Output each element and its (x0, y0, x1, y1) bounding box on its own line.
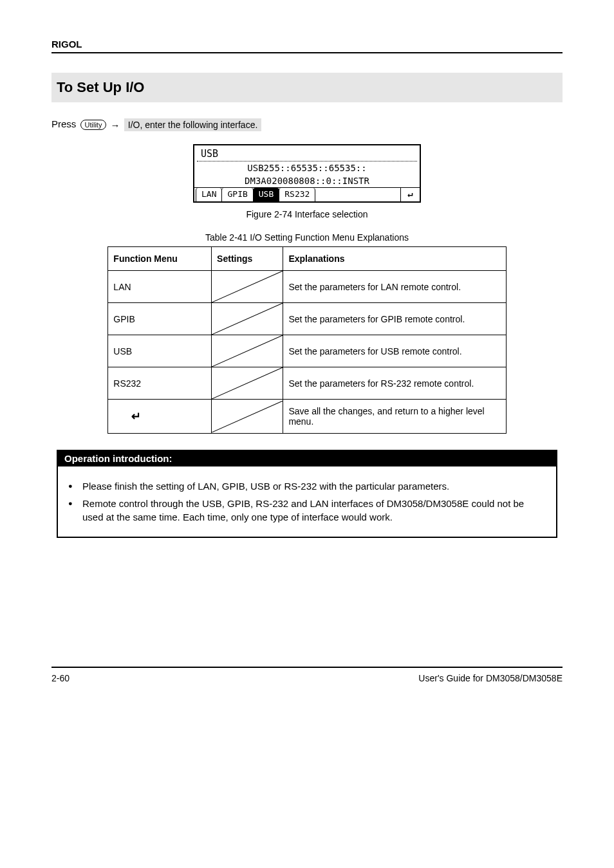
table-caption: Table 2-41 I/O Setting Function Menu Exp… (51, 232, 563, 243)
note-body: Please finish the setting of LAN, GPIB, … (58, 466, 556, 537)
cell-settings-empty (212, 400, 283, 434)
device-screen: USB USB255::65535::65535:: DM3A020080808… (193, 144, 421, 203)
cell-settings-empty (212, 271, 283, 303)
function-menu-table: Function Menu Settings Explanations LAN … (107, 246, 506, 434)
svg-line-4 (212, 401, 283, 432)
screen-usb-label: USB (197, 147, 417, 162)
cell-fn-return: ↵ (108, 400, 212, 434)
return-icon: ↵ (400, 188, 420, 201)
doc-name: User's Guide for DM3058/DM3058E (418, 673, 563, 683)
table-row: GPIB Set the parameters for GPIB remote … (108, 303, 506, 335)
instruction-line: Press Utility → I/O, enter the following… (51, 118, 563, 131)
tab-spacer (315, 188, 400, 201)
brand-name: RIGOL (51, 39, 563, 50)
press-pre: Press (51, 118, 79, 129)
section-title: To Set Up I/O (51, 73, 563, 102)
cell-settings-empty (212, 335, 283, 367)
table-row: LAN Set the parameters for LAN remote co… (108, 271, 506, 303)
screen-line-1: USB255::65535::65535:: (194, 162, 420, 174)
svg-line-2 (212, 335, 283, 367)
tab-usb: USB (253, 188, 279, 201)
table-row: ↵ Save all the changes, and return to a … (108, 400, 506, 434)
th-function: Function Menu (108, 247, 212, 271)
tab-gpib: GPIB (221, 188, 253, 201)
svg-line-0 (212, 271, 283, 302)
arrow-right-icon: → (111, 120, 120, 131)
cell-exp-usb: Set the parameters for USB remote contro… (283, 335, 506, 367)
io-soft-label: I/O, enter the following interface. (124, 118, 262, 131)
svg-line-1 (212, 303, 283, 335)
cell-settings-empty (212, 303, 283, 335)
figure-caption: Figure 2-74 Interface selection (51, 209, 563, 219)
return-arrow-icon: ↵ (131, 410, 141, 423)
svg-line-3 (212, 367, 283, 399)
utility-key: Utility (80, 120, 107, 130)
screen-tabs-row: LAN GPIB USB RS232 ↵ (194, 187, 420, 201)
cell-exp-return: Save all the changes, and return to a hi… (283, 400, 506, 434)
table-row: USB Set the parameters for USB remote co… (108, 335, 506, 367)
note-title: Operation introduction: (58, 450, 556, 466)
table-header-row: Function Menu Settings Explanations (108, 247, 506, 271)
note-box: Operation introduction: Please finish th… (57, 450, 557, 538)
note-line-2: Remote control through the USB, GPIB, RS… (68, 497, 546, 524)
screen-line-2: DM3A020080808::0::INSTR (194, 174, 420, 187)
cell-fn-gpib: GPIB (108, 303, 212, 335)
tab-rs232: RS232 (279, 188, 315, 201)
tab-lan: LAN (196, 188, 222, 201)
cell-exp-lan: Set the parameters for LAN remote contro… (283, 271, 506, 303)
page-number: 2-60 (51, 673, 90, 683)
cell-fn-rs232: RS232 (108, 367, 212, 400)
cell-settings-empty (212, 367, 283, 400)
cell-exp-gpib: Set the parameters for GPIB remote contr… (283, 303, 506, 335)
cell-exp-rs232: Set the parameters for RS-232 remote con… (283, 367, 506, 400)
note-line-1: Please finish the setting of LAN, GPIB, … (68, 479, 546, 493)
header-divider (51, 52, 563, 53)
cell-fn-lan: LAN (108, 271, 212, 303)
th-explanations: Explanations (283, 247, 506, 271)
th-settings: Settings (212, 247, 283, 271)
table-row: RS232 Set the parameters for RS-232 remo… (108, 367, 506, 400)
cell-fn-usb: USB (108, 335, 212, 367)
page-footer: 2-60 User's Guide for DM3058/DM3058E (51, 667, 563, 683)
